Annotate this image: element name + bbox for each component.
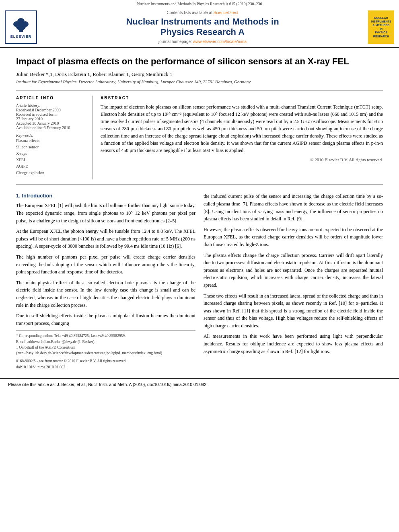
issn-line: 0168-9002/$ - see front matter © 2010 El… xyxy=(16,358,195,364)
abstract-section: ABSTRACT The impact of electron hole pla… xyxy=(101,96,383,179)
body-para-r3: The plasma effects change the charge col… xyxy=(204,252,383,289)
received-date: Received 8 December 2009 xyxy=(16,108,87,112)
article-authors: Julian Becker *,1, Doris Eckstein 1, Rob… xyxy=(16,71,383,78)
journal-name: Nuclear Instruments and Methods in Physi… xyxy=(126,16,279,38)
keyword-6: Charge explosion xyxy=(16,170,87,176)
elsevier-logo: ELSEVIER xyxy=(5,10,37,44)
article-affiliation: Institute for Experimental Physics, Dete… xyxy=(16,79,383,84)
body-para-3: The high number of photons per pixel per… xyxy=(16,253,195,276)
article-info-abstract: ARTICLE INFO Article history: Received 8… xyxy=(16,90,383,185)
available-online: Available online 6 February 2010 xyxy=(16,125,87,130)
body-para-r2: However, the plasma effects observed for… xyxy=(204,226,383,249)
doi-line: doi:10.1016/j.nima.2010.01.082 xyxy=(16,364,195,370)
keyword-3: X-rays xyxy=(16,150,87,157)
abstract-title: ABSTRACT xyxy=(101,96,383,100)
issn-section: 0168-9002/$ - see front matter © 2010 El… xyxy=(16,358,195,370)
article-history: Article history: Received 8 December 200… xyxy=(16,103,87,130)
body-para-r4: These two effects will result in an incr… xyxy=(204,292,383,330)
article-title: Impact of plasma effects on the performa… xyxy=(16,56,383,68)
keyword-5: AGIPD xyxy=(16,163,87,170)
journal-header: ELSEVIER Contents lists available at Sci… xyxy=(0,7,399,48)
body-para-r1: the induced current pulse of the sensor … xyxy=(204,193,383,222)
elsevier-wordmark: ELSEVIER xyxy=(10,35,32,39)
body-para-2: At the European XFEL the photon energy w… xyxy=(16,228,195,250)
column-left: 1. Introduction The European XFEL [1] wi… xyxy=(16,193,195,370)
body-para-r5: All measurements in this work have been … xyxy=(204,333,383,355)
keywords-section: Keywords: Plasma effects Silicon sensor … xyxy=(16,133,87,176)
journal-logo-right: NUCLEARINSTRUMENTS& METHODSINPHYSICSRESE… xyxy=(368,10,394,44)
footnote-1: * Corresponding author. Tel.: +49 40 899… xyxy=(16,333,195,339)
column-right: the induced current pulse of the sensor … xyxy=(204,193,383,370)
keywords-label: Keywords: xyxy=(16,133,87,138)
bottom-bar: Please cite this article as: J. Becker, … xyxy=(0,378,399,390)
article-content: Impact of plasma effects on the performa… xyxy=(0,48,399,378)
article-info-title: ARTICLE INFO xyxy=(16,96,87,100)
sciencedirect-line: Contents lists available at ScienceDirec… xyxy=(167,10,239,15)
contents-label: Contents lists available at xyxy=(167,10,212,15)
footnote-2: E-mail address: Julian.Becker@desy.de (J… xyxy=(16,339,195,345)
section-1-heading: 1. Introduction xyxy=(16,193,195,199)
elsevier-tree-icon xyxy=(11,15,31,33)
keyword-2: Silicon sensor xyxy=(16,144,87,150)
article-history-label: Article history: xyxy=(16,103,87,108)
keyword-1: Plasma effects xyxy=(16,138,87,144)
keyword-4: XFEL xyxy=(16,157,87,163)
abstract-text: The impact of electron hole plasmas on s… xyxy=(101,103,383,154)
body-para-1: The European XFEL [1] will push the limi… xyxy=(16,202,195,224)
received-revised-date: 27 January 2010 xyxy=(16,117,87,121)
body-para-4: The main physical effect of these so-cal… xyxy=(16,279,195,309)
article-info-panel: ARTICLE INFO Article history: Received 8… xyxy=(16,96,93,179)
accepted-date: Accepted 30 January 2010 xyxy=(16,121,87,125)
journal-citation: Nuclear Instruments and Methods in Physi… xyxy=(137,2,262,6)
homepage-link[interactable]: www.elsevier.com/locate/nima xyxy=(193,39,247,44)
svg-rect-5 xyxy=(20,23,22,30)
body-para-5: Due to self-shielding effects inside the… xyxy=(16,312,195,327)
page-container: Nuclear Instruments and Methods in Physi… xyxy=(0,0,399,390)
right-logo-text: NUCLEARINSTRUMENTS& METHODSINPHYSICSRESE… xyxy=(371,16,391,38)
sciencedirect-link[interactable]: ScienceDirect xyxy=(214,10,239,15)
journal-homepage: journal homepage: www.elsevier.com/locat… xyxy=(158,39,247,44)
footnote-3: 1 On behalf of the AGIPD Consortium (htt… xyxy=(16,345,195,356)
cite-text: Please cite this article as: J. Becker, … xyxy=(8,382,391,387)
footnote-section: * Corresponding author. Tel.: +49 40 899… xyxy=(16,330,195,356)
received-revised-label: Received in revised form xyxy=(16,112,87,117)
journal-top-bar: Nuclear Instruments and Methods in Physi… xyxy=(0,0,399,7)
keywords-list: Plasma effects Silicon sensor X-rays XFE… xyxy=(16,138,87,176)
two-column-body: 1. Introduction The European XFEL [1] wi… xyxy=(16,193,383,370)
copyright-line: © 2010 Elsevier B.V. All rights reserved… xyxy=(101,157,383,162)
journal-title-section: Contents lists available at ScienceDirec… xyxy=(42,10,363,44)
